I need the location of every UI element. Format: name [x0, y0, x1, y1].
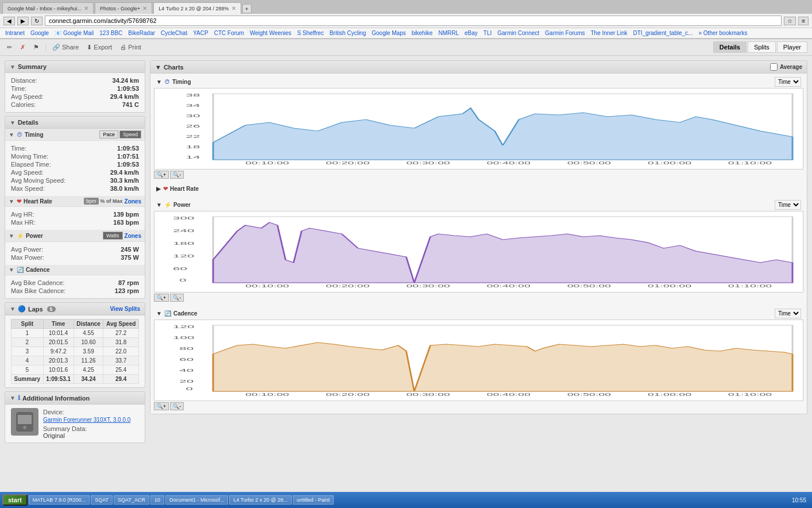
lap-split: 5: [11, 365, 44, 375]
bookmark-gmail[interactable]: 📧 Google Mail: [53, 29, 95, 37]
bookmark-cyclechat[interactable]: CycleChat: [159, 29, 189, 37]
avg-power-value: 245 W: [121, 246, 139, 253]
print-button[interactable]: 🖨 Print: [118, 43, 144, 52]
charts-toggle[interactable]: ▼: [155, 64, 161, 71]
bookmark-ebay[interactable]: eBay: [463, 29, 480, 37]
wrench-button[interactable]: ≡: [798, 17, 809, 25]
timing-chart-svg: 38 34 30 26 22 18 14 00:10:00 00:20:00: [157, 91, 801, 166]
forward-button[interactable]: ▶: [17, 17, 29, 25]
cadence-chart-icon: 🔄: [164, 310, 171, 317]
export-button[interactable]: ⬇ Export: [84, 43, 114, 52]
edit-button[interactable]: ✏: [5, 43, 14, 52]
distance-row: Distance: 34.24 km: [11, 76, 139, 84]
new-tab-button[interactable]: +: [242, 4, 252, 13]
bookmark-ctc[interactable]: CTC Forum: [212, 29, 246, 37]
power-chart-toggle[interactable]: ▼: [156, 202, 162, 208]
cadence-zoom-out[interactable]: 🔍-: [170, 402, 184, 410]
bookmark-nmrrl[interactable]: NMRRL: [436, 29, 461, 37]
timing-chart-container: ▼ ⏱ Timing Time 38 34 30 26 2: [150, 74, 807, 182]
pace-button[interactable]: Pace: [99, 130, 118, 138]
bookmark-dti[interactable]: DTI_gradient_table_c...: [631, 29, 694, 37]
bpm-button[interactable]: bpm: [84, 198, 99, 205]
tab-close-photos[interactable]: ✕: [142, 5, 147, 11]
summary-avg-speed: 29.4: [103, 375, 139, 384]
power-zoom-out[interactable]: 🔍-: [170, 294, 184, 302]
svg-text:00:30:00: 00:30:00: [406, 284, 450, 288]
cadence-chart-toggle[interactable]: ▼: [156, 310, 162, 317]
tab-photos[interactable]: Photos - Google+ ✕: [95, 2, 152, 14]
back-button[interactable]: ◀: [3, 17, 15, 25]
bookmark-other[interactable]: » Other bookmarks: [697, 29, 749, 37]
cancel-button[interactable]: ✗: [18, 43, 28, 52]
hr-toggle[interactable]: ▼: [9, 198, 14, 205]
bookmark-garmin-connect[interactable]: Garmin Connect: [496, 29, 541, 37]
additional-info-toggle[interactable]: ▼: [10, 395, 16, 401]
bookmark-bbc[interactable]: 123 BBC: [98, 29, 124, 37]
details-toggle[interactable]: ▼: [10, 120, 16, 126]
laps-toggle[interactable]: ▼: [10, 306, 16, 312]
bookmark-garmin-forums[interactable]: Garmin Forums: [543, 29, 586, 37]
hr-zones-link[interactable]: Zones: [125, 198, 141, 205]
power-chart-label: Power: [173, 202, 191, 208]
device-link[interactable]: Garmin Forerunner 310XT, 3.0.0.0: [43, 417, 130, 423]
timing-toggle[interactable]: ▼: [9, 132, 14, 138]
power-chart-select[interactable]: Time: [775, 200, 801, 210]
svg-text:14: 14: [185, 155, 200, 160]
cadence-zoom-in[interactable]: 🔍+: [154, 402, 169, 410]
svg-text:01:10:00: 01:10:00: [728, 284, 772, 288]
watts-button[interactable]: Watts: [103, 232, 123, 240]
flag-button[interactable]: ⚑: [31, 43, 41, 52]
splits-tab-button[interactable]: Splits: [748, 41, 776, 53]
view-splits-link[interactable]: View Splits: [110, 306, 140, 312]
details-tab-button[interactable]: Details: [713, 41, 747, 53]
additional-info-content: Device: Garmin Forerunner 310XT, 3.0.0.0…: [5, 405, 145, 442]
avg-cadence-value: 87 rpm: [118, 279, 139, 286]
bookmark-gmaps[interactable]: Google Maps: [370, 29, 407, 37]
svg-text:00:10:00: 00:10:00: [245, 161, 289, 166]
hr-chart-toggle[interactable]: ▶: [156, 186, 161, 192]
address-input[interactable]: [45, 16, 782, 26]
svg-text:00:50:00: 00:50:00: [567, 161, 611, 166]
timing-chart-toggle[interactable]: ▼: [156, 79, 162, 85]
power-zoom-in[interactable]: 🔍+: [154, 294, 169, 302]
tab-gmail[interactable]: Google Mail - Inbox - mikeyhui... ✕: [2, 2, 94, 14]
svg-text:80: 80: [179, 346, 194, 351]
svg-text:01:00:00: 01:00:00: [648, 161, 691, 166]
average-checkbox[interactable]: [770, 63, 778, 71]
speed-button[interactable]: Speed: [119, 130, 141, 138]
timing-zoom-out[interactable]: 🔍-: [170, 171, 184, 179]
power-chart-icon: ⚡: [164, 202, 171, 208]
bookmark-bikehike[interactable]: bikehike: [410, 29, 435, 37]
lap-distance: 4.55: [74, 329, 103, 338]
bookmark-tli[interactable]: TLI: [482, 29, 493, 37]
tab-close-gmail[interactable]: ✕: [84, 5, 88, 11]
power-zones-link[interactable]: Zones: [125, 233, 141, 239]
bookmark-sheff[interactable]: S Sheffrec: [295, 29, 326, 37]
cadence-toggle[interactable]: ▼: [9, 267, 14, 273]
bookmark-weenies[interactable]: Weight Weenies: [248, 29, 293, 37]
bookmark-yacp[interactable]: YACP: [191, 29, 210, 37]
bookmark-google[interactable]: Google: [29, 29, 51, 37]
player-tab-button[interactable]: Player: [777, 41, 807, 53]
share-button[interactable]: 🔗 Share: [50, 43, 81, 52]
timing-zoom-in[interactable]: 🔍+: [154, 171, 169, 179]
tab-activity[interactable]: L4 Turbo 2 x 20 @ 204 / 288% ✕: [153, 2, 241, 14]
star-button[interactable]: ☆: [784, 17, 796, 25]
summary-toggle[interactable]: ▼: [10, 64, 16, 70]
bookmark-intranet[interactable]: Intranet: [3, 29, 26, 37]
start-button[interactable]: start: [2, 494, 28, 495]
average-label: Average: [780, 64, 802, 70]
power-label: Power: [26, 233, 43, 239]
lap-split: 4: [11, 356, 44, 365]
laps-content: Split Time Distance Avg Speed 110:01.44.…: [5, 315, 145, 387]
cadence-chart-select[interactable]: Time: [775, 309, 801, 318]
timing-chart-select[interactable]: Time: [775, 77, 801, 87]
tab-close-activity[interactable]: ✕: [231, 5, 236, 11]
bookmark-britcycling[interactable]: British Cycling: [328, 29, 368, 37]
reload-button[interactable]: ↻: [31, 17, 42, 25]
bookmark-bikeradar[interactable]: BikeRadar: [126, 29, 157, 37]
svg-point-2: [23, 426, 26, 429]
bookmark-inner-link[interactable]: The Inner Link: [589, 29, 629, 37]
table-row: 39:47.23.5922.0: [11, 347, 139, 356]
power-toggle[interactable]: ▼: [9, 233, 14, 239]
